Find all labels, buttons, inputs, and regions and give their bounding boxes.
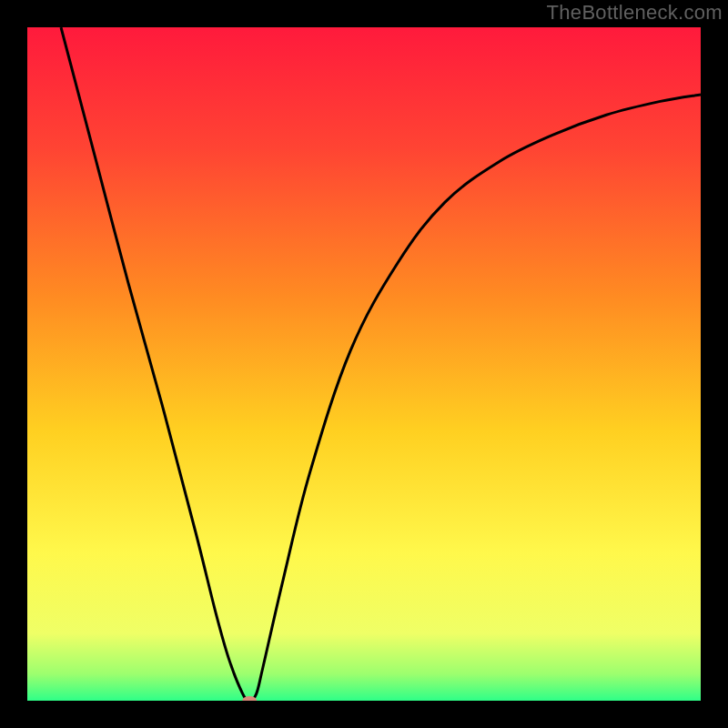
plot-area (27, 27, 701, 701)
attribution-text: TheBottleneck.com (547, 1, 723, 25)
chart-background (27, 27, 701, 701)
chart-frame: TheBottleneck.com (0, 0, 728, 728)
chart-svg (27, 27, 701, 701)
